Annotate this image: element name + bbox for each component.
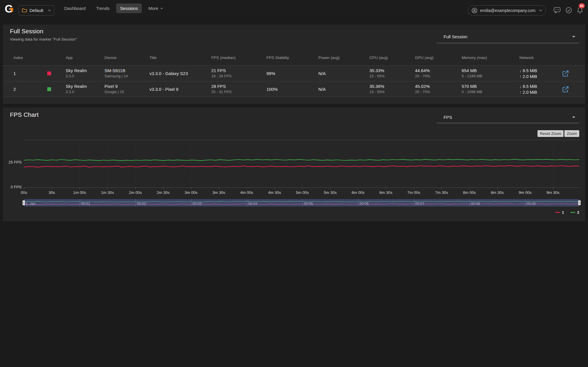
navigator-start-label: 1. Jan (26, 202, 36, 206)
navigator-tick-label: 00:05 (304, 202, 313, 206)
table-cell: 45.02%20 - 70% (415, 81, 430, 95)
arrow-up-icon: ↑ (519, 74, 521, 79)
feedback-icon[interactable] (554, 7, 561, 13)
network-up-value: 2.0 MiB (523, 74, 537, 79)
chevron-down-icon (572, 36, 575, 38)
y-axis-tick-label: 0 FPS (4, 185, 22, 189)
cell-index: 2 (13, 81, 16, 97)
navigator-gridline (247, 199, 247, 206)
cell-fps-stability: 100% (266, 81, 278, 97)
cell-title: v3.3.0 - Galaxy S23 (149, 66, 188, 81)
metric-select[interactable]: FPS (437, 112, 579, 123)
chevron-down-icon (572, 116, 575, 118)
nav-item-label: Dashboard (64, 6, 86, 11)
sessions-table-header: IndexAppDeviceTitleFPS (median)FPS Stabi… (3, 51, 585, 65)
full-session-panel: Full Session Viewing data for marker "Fu… (3, 25, 585, 104)
nav-item-label: Sessions (120, 6, 138, 11)
x-axis-tick-mark (302, 187, 303, 189)
navigator-gridline (358, 199, 358, 206)
x-axis-tick-label: 5m 30s (324, 190, 336, 195)
table-row: 2Sky Realm3.3.0Pixel 9Google | 15v3.3.0 … (3, 81, 585, 97)
navigator-tick-label: 00:02 (137, 202, 146, 206)
x-axis-tick-label: 2m 00s (129, 190, 142, 195)
chart-panel-title: FPS Chart (10, 111, 39, 118)
table-row: 1Sky Realm3.3.0SM-S911BSamsung | 14v3.3.… (3, 65, 585, 81)
x-axis-tick-mark (247, 187, 247, 189)
user-email: emilia@examplecompany.com (480, 8, 536, 13)
open-session-link-icon[interactable] (562, 70, 569, 77)
network-down: ↓8.5 MiB (519, 68, 537, 74)
marker-select-value: Full Session (444, 34, 572, 39)
navigator-tick-label: 00:07 (415, 202, 424, 206)
zoom-button[interactable]: Zoom (564, 130, 579, 137)
column-header: Device (104, 55, 116, 60)
table-cell: 28 FPS25 - 31 FPS (211, 81, 231, 95)
main-nav: DashboardTrendsSessionsMore (60, 0, 167, 17)
notification-badge: 65 (579, 3, 585, 8)
table-cell: 44.64%20 - 70% (415, 66, 430, 79)
cell-value: 654 MB (462, 68, 482, 74)
x-axis-tick-label: 00s (21, 190, 27, 195)
navigator-tick-label: 00:04 (248, 202, 257, 206)
marker-select[interactable]: Full Session (437, 30, 579, 43)
x-axis-tick-mark (107, 187, 108, 189)
x-axis-tick-label: 7m 30s (435, 190, 448, 195)
fps-chart-panel: FPS Chart FPS Reset Zoom Zoom 25 FPS0 FP… (3, 107, 585, 221)
x-axis-tick-label: 8m 00s (463, 190, 476, 195)
cell-value: 35.33% (369, 68, 385, 74)
cell-value: 21 FPS (211, 68, 231, 74)
x-axis-tick-mark (497, 187, 498, 189)
fps-line-chart[interactable] (24, 140, 579, 187)
table-cell: Sky Realm3.3.0 (66, 66, 87, 79)
network-down-value: 8.5 MiB (523, 84, 537, 89)
user-account-dropdown[interactable]: emilia@examplecompany.com (468, 5, 546, 15)
nav-item-more[interactable]: More (144, 4, 167, 13)
app-logo-icon[interactable]: G (4, 3, 15, 14)
x-axis-tick-mark (414, 187, 414, 189)
nav-item-label: Trends (96, 6, 109, 11)
x-axis-tick-mark (52, 187, 52, 189)
nav-item-sessions[interactable]: Sessions (116, 4, 142, 13)
reset-zoom-button[interactable]: Reset Zoom (538, 130, 564, 137)
navigator-tick-label: 00:03 (192, 202, 201, 206)
table-cell: 570 MB0 - 1098 MB (462, 81, 482, 95)
cell-value: 44.64% (415, 68, 430, 74)
open-session-link-icon[interactable] (562, 86, 569, 93)
navigator-right-handle[interactable] (578, 200, 581, 205)
cell-subvalue: 3.3.0 (66, 74, 87, 79)
legend-color-dash (570, 212, 575, 213)
x-axis-tick-mark (330, 187, 331, 189)
folder-icon (22, 8, 27, 13)
cell-network: ↓8.5 MiB↑2.0 MiB (519, 81, 537, 95)
chart-navigator[interactable]: 1. Jan00:0100:0200:0300:0400:0500:0600:0… (24, 199, 579, 206)
x-axis-tick-mark (553, 187, 553, 189)
cell-subvalue: 20 - 70% (415, 74, 430, 79)
chevron-down-icon (539, 9, 542, 11)
column-header: Title (149, 55, 157, 60)
x-axis-tick-mark (80, 187, 80, 189)
status-check-icon[interactable] (566, 7, 572, 13)
legend-item-1[interactable]: 1 (555, 210, 564, 215)
column-header: CPU (avg) (369, 55, 388, 60)
nav-item-trends[interactable]: Trends (92, 4, 114, 13)
navigator-gridline (414, 199, 414, 206)
cell-subvalue: 19 - 26 FPS (211, 74, 231, 79)
column-header: Network (519, 55, 534, 60)
navigator-left-handle[interactable] (22, 200, 25, 205)
workspace-selector[interactable]: Default (19, 5, 54, 15)
table-cell: Pixel 9Google | 15 (104, 81, 124, 95)
column-header: FPS (median) (211, 55, 235, 60)
legend-item-2[interactable]: 2 (570, 210, 579, 215)
x-axis-tick-label: 4m 00s (240, 190, 253, 195)
nav-item-dashboard[interactable]: Dashboard (60, 4, 90, 13)
column-header: FPS Stability (266, 55, 289, 60)
navigator-tick-label: 00:09 (527, 202, 536, 206)
cell-value: Pixel 9 (104, 84, 124, 89)
arrow-down-icon: ↓ (519, 68, 521, 73)
network-down-value: 8.5 MiB (523, 68, 537, 73)
column-header: Power (avg) (318, 55, 340, 60)
session-panel-subtitle: Viewing data for marker "Full Session" (10, 37, 77, 41)
legend-label: 2 (577, 210, 579, 215)
cell-subvalue: 25 - 31 FPS (211, 89, 231, 95)
x-axis-tick-label: 7m 00s (407, 190, 420, 195)
